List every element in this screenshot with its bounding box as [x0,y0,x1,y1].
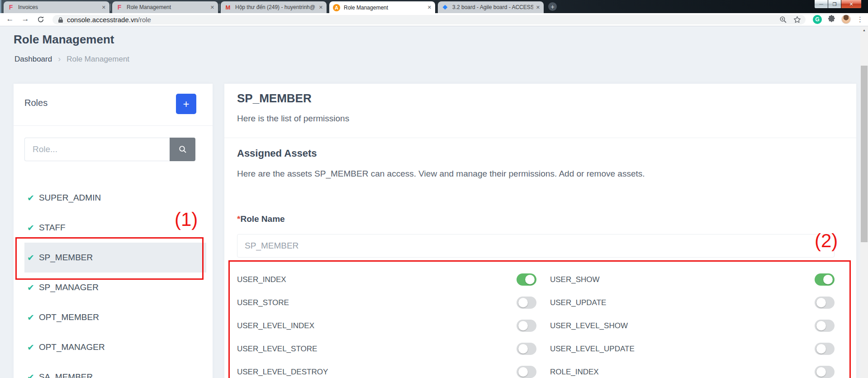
role-label: STAFF [39,223,66,233]
tab-jira-board[interactable]: 3.2 board - Agile board - ACCESS ✕ [438,1,544,13]
role-label: SUPER_ADMIN [39,193,101,203]
minimize-button[interactable]: — [814,0,828,9]
role-label: OPT_MEMBER [39,312,99,322]
role-detail-panel: SP_MEMBER Here is the list of permission… [224,84,856,378]
toggle-user-level-show[interactable] [815,320,835,332]
zoom-page-icon[interactable] [779,16,787,25]
tab-title: Hộp thư đến (249) - huyentrinh@ [235,4,316,10]
role-name-label: *Role Name [237,214,285,224]
frappe-icon: F [7,4,14,11]
role-name-input[interactable] [237,234,835,258]
browser-titlebar: F Invoices ✕ F Role Management ✕ M Hộp t… [0,0,868,13]
frappe-icon: F [116,4,123,11]
role-label: SP_MANAGER [39,282,99,292]
jira-icon [441,4,449,11]
check-icon: ✔ [27,253,34,263]
close-icon[interactable]: ✕ [536,5,540,10]
assigned-assets-description: Here are the assets SP_MEMBER can access… [237,169,645,179]
role-list: ✔ SUPER_ADMIN ✔ STAFF ✔ SP_MEMBER ✔ SP_M… [14,183,213,378]
accesstrade-icon: A [333,4,340,11]
chrome-menu-icon[interactable]: ⋮ [857,15,863,24]
toggle-user-index[interactable] [517,273,536,286]
breadcrumb: Dashboard › Role Management [14,54,129,64]
role-item-super-admin[interactable]: ✔ SUPER_ADMIN [24,183,206,213]
restore-button[interactable]: ❐ [828,0,841,9]
permission-label: USER_SHOW [550,275,600,284]
new-tab-button[interactable]: + [548,2,557,11]
page-scrollbar[interactable]: ▲ [860,26,868,378]
permissions-grid: USER_INDEX USER_SHOW USER_STORE USER_UPD… [237,268,837,378]
toggle-user-level-store[interactable] [517,343,536,355]
role-item-staff[interactable]: ✔ STAFF [24,213,206,243]
close-icon[interactable]: ✕ [319,5,323,10]
chevron-right-icon: › [58,54,61,64]
add-role-button[interactable]: + [176,94,196,114]
browser-toolbar: ← → console.accesstrade.vn/role G ⋮ [0,13,868,26]
divider [224,138,856,138]
role-label: SA_MEMBER [39,372,93,378]
search-icon [178,145,187,154]
permission-label: USER_UPDATE [550,298,606,307]
search-button[interactable] [170,138,195,161]
profile-avatar[interactable] [841,14,851,24]
assigned-assets-heading: Assigned Assets [237,148,317,159]
roles-heading: Roles [24,98,47,108]
role-detail-heading: SP_MEMBER [237,91,312,105]
toggle-user-level-destroy[interactable] [517,366,536,378]
close-window-button[interactable]: ✕ [841,0,862,9]
back-button[interactable]: ← [5,14,15,24]
role-item-opt-member[interactable]: ✔ OPT_MEMBER [24,302,206,332]
role-name-label-text: Role Name [240,214,285,224]
tab-gmail-inbox[interactable]: M Hộp thư đến (249) - huyentrinh@ ✕ [221,1,327,13]
url-domain: console.accesstrade.vn [67,16,138,24]
toggle-user-show[interactable] [815,273,835,286]
role-item-sp-manager[interactable]: ✔ SP_MANAGER [24,273,206,302]
extensions-puzzle-icon[interactable] [828,14,835,24]
permission-label: USER_LEVEL_SHOW [550,321,628,330]
address-bar[interactable]: console.accesstrade.vn/role [52,15,806,24]
toggle-user-update[interactable] [815,297,835,309]
close-icon[interactable]: ✕ [210,5,214,10]
permission-label: USER_LEVEL_DESTROY [237,368,328,377]
permission-label: USER_LEVEL_UPDATE [550,345,635,354]
tab-title: Role Management [344,5,425,11]
grammarly-icon[interactable]: G [813,15,822,24]
toggle-role-index[interactable] [815,366,835,378]
permission-label: USER_INDEX [237,275,286,284]
close-icon[interactable]: ✕ [102,5,106,10]
permission-label: USER_STORE [237,298,289,307]
role-search-input[interactable] [24,138,170,161]
forward-button[interactable]: → [20,14,31,24]
role-item-sp-member[interactable]: ✔ SP_MEMBER [24,243,206,273]
bookmark-star-icon[interactable] [793,16,801,25]
check-icon: ✔ [27,312,34,323]
check-icon: ✔ [27,223,34,233]
breadcrumb-dashboard[interactable]: Dashboard [14,55,52,64]
check-icon: ✔ [27,372,34,378]
gmail-icon: M [224,4,232,11]
toggle-user-level-index[interactable] [517,320,536,332]
page-title: Role Management [14,33,114,47]
close-icon[interactable]: ✕ [427,5,432,10]
role-label: OPT_MANAGER [39,342,105,352]
tab-invoices[interactable]: F Invoices ✕ [4,1,109,13]
role-label: SP_MEMBER [39,253,93,263]
scroll-up-arrow-icon[interactable]: ▲ [860,26,868,34]
role-item-opt-manager[interactable]: ✔ OPT_MANAGER [24,332,206,362]
role-item-sa-member[interactable]: ✔ SA_MEMBER [24,362,206,378]
tab-role-management-active[interactable]: A Role Management ✕ [329,1,435,14]
permission-label: ROLE_INDEX [550,368,599,377]
tab-strip: F Invoices ✕ F Role Management ✕ M Hộp t… [4,1,546,13]
toggle-user-store[interactable] [517,297,536,309]
role-detail-subheading: Here is the list of permissions [237,114,349,124]
roles-panel: Roles + ✔ SUPER_ADMIN ✔ STAFF ✔ SP_MEMBE… [14,84,213,378]
tab-title: 3.2 board - Agile board - ACCESS [452,4,533,10]
scrollbar-thumb[interactable] [861,66,868,242]
window-controls: — ❐ ✕ [814,0,862,9]
lock-icon[interactable] [58,17,63,23]
toggle-user-level-update[interactable] [815,343,835,355]
tab-role-management-1[interactable]: F Role Management ✕ [112,1,218,13]
url-path: /role [138,16,151,24]
refresh-button[interactable] [35,16,46,25]
page-content: Role Management Dashboard › Role Managem… [0,26,860,378]
